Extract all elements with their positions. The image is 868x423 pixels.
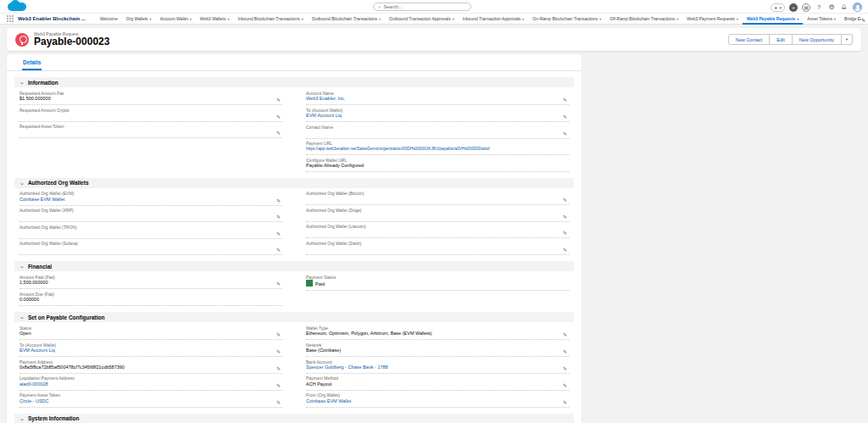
edit-pencil-icon[interactable]: ✎	[276, 332, 281, 337]
nav-tab-label: On-Ramp Blockchain Transactions	[532, 16, 598, 21]
edit-pencil-icon[interactable]: ✎	[276, 214, 281, 220]
nav-tab-bridge-entities[interactable]: Bridge Entities▾	[840, 14, 861, 25]
nav-tab-inbound-blockchain-transactions[interactable]: Inbound Blockchain Transactions▾	[233, 14, 307, 25]
content-columns: Details ⌄InformationRequested Amount Fia…	[7, 54, 861, 423]
nav-tab-label: Web3 Payment Requests	[687, 16, 735, 21]
section-header-set-on-payable-configuration[interactable]: ⌄Set on Payable Configuration	[14, 312, 574, 322]
field-amount-due-fiat: Amount Due (Fiat)0.000000	[19, 289, 282, 306]
field-value-link[interactable]: Spencer Goldberg - Chase Bank - 1788	[306, 365, 388, 370]
edit-button[interactable]: Edit	[770, 34, 792, 45]
field-value-link[interactable]: Coinbase EVM Wallet	[306, 398, 351, 404]
edit-pencil-icon[interactable]: ✎	[276, 248, 281, 253]
user-avatar[interactable]	[853, 3, 862, 12]
nav-tab-inbound-transaction-approvals[interactable]: Inbound Transaction Approvals▾	[459, 14, 529, 25]
field-value-link[interactable]: EVM Account Liq	[306, 113, 342, 118]
nav-tab-outbound-blockchain-transactions[interactable]: Outbound Blockchain Transactions▾	[308, 14, 385, 25]
field-value-link[interactable]: https://app.web3enabler.net/SalesDemo/or…	[306, 147, 490, 151]
edit-pencil-icon[interactable]: ✎	[563, 214, 567, 220]
search-icon: ⌕	[378, 4, 381, 9]
tab-details[interactable]: Details	[22, 59, 42, 70]
new-opportunity-button[interactable]: New Opportunity	[793, 34, 842, 45]
setup-gear-icon[interactable]: ⚙	[827, 3, 836, 12]
global-actions-icon[interactable]: +	[789, 3, 798, 12]
field-value-text: Base (Coinbase)	[306, 348, 341, 353]
edit-pencil-icon[interactable]: ✎	[563, 231, 567, 236]
field-value: 0.000000	[19, 297, 269, 303]
section-header-authorized-org-wallets[interactable]: ⌄Authorized Org Wallets	[14, 178, 574, 188]
edit-pencil-icon[interactable]: ✎	[276, 131, 281, 136]
field-value: Spencer Goldberg - Chase Bank - 1788	[306, 365, 555, 370]
field-value-link[interactable]: Web3 Enabler, Inc.	[306, 96, 345, 101]
nav-bar: Web3 Enabler Blockchain ... WelcomeOrg W…	[0, 14, 868, 25]
edit-pencil-icon[interactable]: ✎	[563, 349, 567, 354]
edit-pencil-icon[interactable]: ✎	[276, 198, 281, 203]
section-header-information[interactable]: ⌄Information	[14, 77, 574, 87]
edit-pencil-icon[interactable]: ✎	[276, 114, 281, 120]
field-value-text: 1,500.000000	[19, 280, 48, 285]
edit-pencil-icon[interactable]: ✎	[276, 281, 281, 287]
edit-pencil-icon[interactable]: ✎	[563, 400, 567, 405]
section-title: Authorized Org Wallets	[28, 180, 89, 186]
edit-pencil-icon[interactable]: ✎	[276, 97, 281, 103]
edit-pencil-icon[interactable]: ✎	[276, 231, 281, 237]
notifications-bell-icon[interactable]: 🕭	[840, 3, 849, 12]
field-value: Circle - USDC	[19, 398, 269, 404]
guidance-center-icon[interactable]: ▤	[802, 3, 810, 12]
field-authorized-org-wallet-evm: Authorized Org Wallet (EVM)Coinbase EVM …	[19, 189, 282, 206]
chevron-down-icon: ▾	[834, 17, 836, 21]
edit-pencil-icon[interactable]: ✎	[563, 114, 567, 120]
field-value-link[interactable]: Circle - USDC	[19, 398, 49, 404]
chevron-down-icon: ▾	[302, 17, 303, 21]
nav-tab-asset-tokens[interactable]: Asset Tokens▾	[803, 14, 840, 25]
section-header-financial[interactable]: ⌄Financial	[14, 261, 574, 271]
edit-pencil-icon[interactable]: ✎	[563, 97, 567, 103]
section-fields: Authorized Org Wallet (EVM)Coinbase EVM …	[14, 188, 574, 255]
field-value-link[interactable]: alad0-000028	[19, 381, 48, 387]
help-icon[interactable]: ?	[815, 3, 823, 12]
nav-tab-web3-wallets[interactable]: Web3 Wallets▾	[196, 14, 234, 25]
more-actions-button[interactable]: ▾	[842, 34, 853, 45]
edit-pencil-icon[interactable]: ✎	[563, 198, 567, 203]
edit-pencil-icon[interactable]: ✎	[563, 332, 567, 337]
edit-pencil-icon[interactable]: ✎	[276, 349, 281, 354]
section-header-system-information[interactable]: ⌄System Information	[14, 414, 574, 423]
nav-tab-outbound-transaction-approvals[interactable]: Outbound Transaction Approvals▾	[385, 14, 459, 25]
field-network: NetworkBase (Coinbase)✎	[306, 340, 569, 357]
edit-pencil-icon[interactable]: ✎	[276, 400, 281, 405]
new-contact-button[interactable]: New Contact	[728, 34, 771, 45]
field-value-link[interactable]: Coinbase EVM Wallet	[19, 197, 64, 202]
chevron-down-icon: ⌄	[19, 417, 25, 420]
nav-tab-web3-payment-requests[interactable]: Web3 Payment Requests▾	[682, 14, 743, 25]
field-value-text: ACH Payout	[306, 381, 331, 387]
field-value: Web3 Enabler, Inc.	[306, 96, 555, 102]
nav-tab-welcome[interactable]: Welcome	[96, 14, 122, 25]
nav-edit-pencil-icon[interactable]: ✎	[861, 17, 865, 23]
nav-tab-label: Asset Tokens	[807, 16, 832, 21]
field-value	[19, 230, 269, 236]
field-authorized-org-wallet-tron: Authorized Org Wallet (TRON)✎	[19, 222, 282, 239]
nav-tab-account-wallet[interactable]: Account Wallet▾	[156, 14, 196, 25]
edit-pencil-icon[interactable]: ✎	[563, 248, 567, 253]
edit-pencil-icon[interactable]: ✎	[563, 366, 567, 371]
nav-tab-org-wallets[interactable]: Org Wallets▾	[122, 14, 156, 25]
edit-pencil-icon[interactable]: ✎	[563, 383, 567, 388]
field-value-text: 0.000000	[19, 297, 39, 302]
page-header-text: Web3 Payable Request Payable-000023	[34, 31, 109, 47]
edit-pencil-icon[interactable]: ✎	[276, 366, 281, 371]
app-name[interactable]: Web3 Enabler Blockchain ...	[18, 16, 86, 21]
chevron-down-icon: ⌄	[19, 81, 25, 84]
global-search-input[interactable]: ⌕ Search...	[373, 3, 471, 11]
detail-sections: ⌄InformationRequested Amount Fiat$1,500.…	[14, 77, 574, 423]
field-value	[306, 246, 555, 252]
edit-pencil-icon[interactable]: ✎	[563, 131, 567, 136]
field-value-link[interactable]: EVM Account Liq	[19, 348, 55, 353]
chevron-down-icon: ▾	[190, 17, 192, 21]
nav-tab-on-ramp-blockchain-transactions[interactable]: On-Ramp Blockchain Transactions▾	[528, 14, 605, 25]
app-launcher-icon[interactable]	[7, 15, 14, 22]
favorites-pill[interactable]: ★▾	[771, 3, 785, 12]
nav-tab-web3-payable-requests[interactable]: Web3 Payable Requests▾	[743, 14, 803, 25]
chevron-down-icon: ▾	[737, 17, 738, 21]
nav-tab-off-ramp-blockchain-transactions[interactable]: Off-Ramp Blockchain Transactions▾	[605, 14, 682, 25]
edit-pencil-icon[interactable]: ✎	[276, 383, 281, 388]
nav-tab-label: Off-Ramp Blockchain Transactions	[609, 16, 675, 21]
